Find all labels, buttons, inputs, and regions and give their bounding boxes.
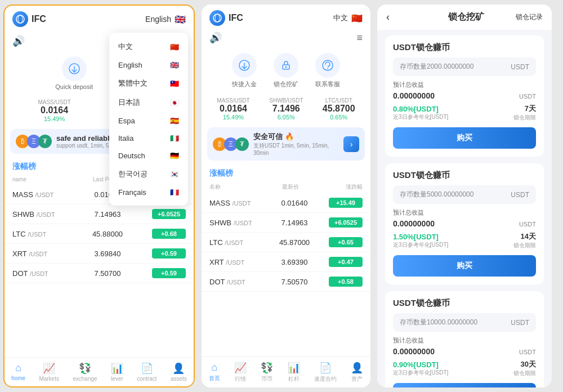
lang-area-2[interactable]: 中文 🇨🇳: [333, 13, 363, 24]
card2-rate-ref: 近3日参考年化[USDT]: [393, 241, 448, 249]
table-row[interactable]: XRT /USDT 3.69390 +0.47: [202, 252, 370, 272]
lang-item-fr[interactable]: Français 🇫🇷: [109, 184, 188, 201]
card1-deposit-unit: USDT: [511, 63, 529, 71]
coin-name: SHWB /USDT: [12, 210, 63, 219]
card2-days-label: 锁仓期限: [513, 242, 536, 250]
table-row[interactable]: LTC /USDT 45.87000 +0.65: [202, 233, 370, 252]
card3-buy-button[interactable]: 购买: [393, 383, 536, 387]
lang-item-it[interactable]: Italia 🇮🇹: [109, 130, 188, 147]
lang-item-kr[interactable]: 한국어공 🇰🇷: [109, 164, 188, 184]
nav-lever[interactable]: 📊 lever: [111, 362, 123, 382]
banner-text-2: 安全可信 🔥 支持USDT 1min, 5min, 15min, 30min: [253, 132, 339, 156]
price-mass: MASS/USDT 0.0164 15.49%: [38, 99, 70, 122]
sound-icon-2[interactable]: 🔊: [209, 32, 222, 44]
nav-home[interactable]: ⌂ home: [11, 362, 25, 382]
nav-contract[interactable]: 📄 contract: [137, 362, 157, 382]
lang-selector[interactable]: English 🇬🇧: [145, 14, 186, 25]
card3-earnings-value: 0.00000000: [393, 347, 435, 356]
panel-english-dropdown: IFC English 🇬🇧 中文 🇨🇳 English 🇬🇧 繁體中文 🇹🇼 …: [3, 5, 195, 387]
nav-exchange-2[interactable]: 💱 币币: [261, 362, 273, 383]
lang-item-jp[interactable]: 日本語 🇯🇵: [109, 93, 188, 112]
menu-icon[interactable]: ≡: [356, 32, 363, 44]
svg-point-1: [18, 15, 23, 23]
lang-label-fr: Français: [118, 188, 146, 197]
card1-earnings-unit: USDT: [519, 93, 536, 100]
price-shwb-2: SHWB/USDT 7.1496 6.05%: [269, 97, 303, 121]
card1-days-group: 7天 锁仓期限: [513, 104, 536, 122]
banner-arrow-2[interactable]: ›: [343, 136, 359, 152]
table-row[interactable]: LTC /USDT 45.88000 +0.68: [5, 224, 194, 244]
ltc-change-2: 0.65%: [323, 114, 355, 121]
coin-price: 7.14963: [63, 210, 152, 219]
lang-item-en[interactable]: English 🇬🇧: [109, 56, 188, 74]
lang-item-tw[interactable]: 繁體中文 🇹🇼: [109, 74, 188, 93]
logo-icon-2: [209, 10, 225, 26]
table-row[interactable]: XRT /USDT 3.69840 +0.59: [5, 244, 194, 264]
card1-days: 7天: [513, 104, 536, 114]
card1-buy-button[interactable]: 购买: [393, 127, 536, 149]
nav-assets[interactable]: 👤 assets: [171, 362, 187, 382]
nav-contract-2[interactable]: 📄 速度合约: [314, 362, 337, 383]
logo-text: IFC: [32, 14, 46, 24]
support-2[interactable]: 联系客服: [315, 53, 340, 88]
banner-icons-2: ₿ Ξ ₮: [213, 137, 249, 151]
ltc-pair-2: LTC/USDT: [323, 97, 355, 104]
quick-actions-2: 快捷入金 锁仓挖矿 联系客服: [202, 47, 370, 94]
mass-pair: MASS/USDT: [38, 99, 70, 105]
nav-home-2[interactable]: ⌂ 首页: [209, 362, 220, 383]
lang-label-tw: 繁體中文: [118, 78, 148, 88]
nav-contract-label-2: 速度合约: [314, 375, 337, 383]
flag-it: 🇮🇹: [170, 134, 179, 142]
coin-price: 3.69390: [260, 258, 329, 266]
svg-point-9: [285, 66, 287, 68]
panel2-header: IFC 中文 🇨🇳: [202, 5, 370, 32]
nav-markets[interactable]: 📈 Markets: [39, 362, 59, 382]
nav-assets-2[interactable]: 👤 资产: [351, 362, 363, 383]
card2-days-group: 14天 锁仓期限: [513, 231, 536, 250]
usdt-icon: ₮: [38, 135, 52, 148]
lever-icon: 📊: [111, 362, 123, 375]
change-badge: +0.68: [152, 229, 186, 239]
coin-name: XRT /USDT: [209, 258, 260, 266]
contract-icon-2: 📄: [319, 362, 332, 374]
home-icon: ⌂: [15, 362, 21, 374]
card2-earnings-label: 预计总收益: [385, 208, 544, 219]
nav-markets-label: Markets: [39, 376, 59, 382]
card3-earnings-unit: USDT: [519, 349, 536, 355]
coin-price: 7.14963: [260, 219, 329, 227]
card2-buy-button[interactable]: 购买: [393, 255, 536, 277]
market-list-panel1: MASS /USDT 0.01640 +15.49 SHWB /USDT 7.1…: [5, 185, 194, 357]
sound-icon[interactable]: 🔊: [12, 35, 25, 47]
lang-item-de[interactable]: Deutsch 🇩🇪: [109, 147, 188, 164]
mass-change-2: 15.49%: [217, 114, 249, 121]
coin-name: DOT /USDT: [209, 278, 260, 286]
table-row[interactable]: MASS /USDT 0.01640 +15.49: [202, 193, 370, 213]
lang-item-zh[interactable]: 中文 🇨🇳: [109, 37, 188, 56]
table-row[interactable]: SHWB /USDT 7.14963 +6.0525: [5, 204, 194, 224]
card2-earnings-unit: USDT: [519, 221, 536, 228]
card1-deposit-amount: 存币数量2000.00000000: [400, 62, 473, 72]
support-label: 联系客服: [315, 80, 340, 88]
nav-lever-label: lever: [111, 376, 123, 382]
change-badge: +0.58: [329, 277, 363, 287]
table-row[interactable]: SHWB /USDT 7.14963 +6.0525: [202, 213, 370, 233]
banner-2[interactable]: ₿ Ξ ₮ 安全可信 🔥 支持USDT 1min, 5min, 15min, 3…: [207, 127, 365, 161]
nav-markets-2[interactable]: 📈 行情: [234, 362, 247, 383]
card3-deposit: 存币数量10000.00000000 USDT: [393, 313, 536, 332]
table-row[interactable]: DOT /USDT 7.50570 +0.58: [202, 272, 370, 292]
change-badge: +0.59: [152, 268, 186, 278]
lock-mining-2[interactable]: 锁仓挖矿: [274, 53, 298, 88]
assets-icon: 👤: [172, 362, 185, 375]
lang-item-es[interactable]: Espa 🇪🇸: [109, 112, 188, 130]
market-title-2: 涨幅榜: [202, 164, 370, 181]
bottom-nav-panel1: ⌂ home 📈 Markets 💱 exchange 📊 lever 📄 co…: [5, 357, 194, 386]
coin-price: 7.50700: [63, 269, 152, 278]
table-row[interactable]: DOT /USDT 7.50700 +0.59: [5, 264, 194, 283]
col-name: name: [12, 176, 63, 182]
col-change-2: 涨跌幅: [326, 183, 363, 191]
record-link[interactable]: 锁仓记录: [516, 12, 543, 22]
nav-exchange[interactable]: 💱 exchange: [73, 362, 97, 382]
quick-deposit-2[interactable]: 快捷入金: [232, 53, 257, 88]
quick-deposit-action[interactable]: Quick deposit: [55, 56, 93, 90]
nav-lever-2[interactable]: 📊 杠杆: [288, 362, 300, 383]
